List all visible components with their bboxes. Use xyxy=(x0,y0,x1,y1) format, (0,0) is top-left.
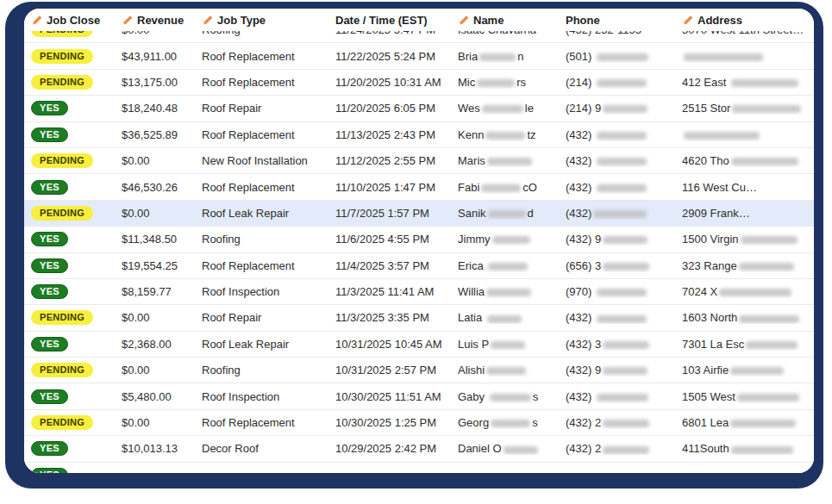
job-close-cell[interactable]: YES xyxy=(31,128,122,142)
column-header-date-time-est[interactable]: Date / Time (EST) xyxy=(335,14,458,27)
table-row[interactable]: PENDING$0.00Roofing10/31/2025 2:57 PMAli… xyxy=(24,358,814,383)
job-close-cell[interactable]: YES xyxy=(31,337,122,352)
address-cell[interactable]: 2909 Frank xyxy=(682,207,814,220)
phone-cell[interactable]: (432) 2 xyxy=(566,442,682,455)
job-close-cell[interactable]: YES xyxy=(31,232,122,246)
name-cell[interactable]: Sanikd xyxy=(458,207,566,220)
job-type-cell[interactable]: New Roof Installation xyxy=(202,154,335,167)
job-close-cell[interactable]: PENDING xyxy=(31,415,122,430)
phone-cell[interactable]: (656) 3 xyxy=(566,259,682,272)
name-cell[interactable]: FabicO xyxy=(458,181,566,194)
datetime-cell[interactable]: 10/31/2025 2:57 PM xyxy=(335,364,458,376)
revenue-cell[interactable]: $8,159.77 xyxy=(122,285,202,298)
revenue-cell[interactable]: $36,525.89 xyxy=(122,128,202,141)
table-row[interactable]: YES$19,554.25Roof Replacement11/4/2025 3… xyxy=(24,253,814,279)
phone-cell[interactable]: (432) xyxy=(566,128,682,141)
name-cell[interactable]: Isaac Chavarria xyxy=(458,31,566,36)
address-cell[interactable]: 6801 Lea xyxy=(682,416,814,429)
datetime-cell[interactable]: 11/13/2025 2:43 PM xyxy=(335,128,458,141)
address-cell[interactable]: 323 Range xyxy=(682,259,814,272)
job-close-cell[interactable]: YES xyxy=(31,468,122,473)
revenue-cell[interactable]: $0.00 xyxy=(122,311,202,324)
job-type-cell[interactable]: Roof Repair xyxy=(202,311,335,324)
datetime-cell[interactable]: 11/3/2025 11:41 AM xyxy=(335,285,458,298)
name-cell[interactable]: Jimmy xyxy=(458,233,566,246)
revenue-cell[interactable]: $5,480.00 xyxy=(122,390,202,403)
datetime-cell[interactable]: 11/3/2025 3:35 PM xyxy=(335,311,458,324)
name-cell[interactable]: Daniel O xyxy=(458,442,566,455)
address-cell[interactable]: 411South xyxy=(682,442,814,455)
table-row[interactable]: YES$18,240.48Roof Repair11/20/2025 6:05 … xyxy=(24,96,814,121)
column-header-job-type[interactable]: Job Type xyxy=(202,14,335,27)
address-cell[interactable]: 3070 West 11th Street, … xyxy=(682,31,814,36)
revenue-cell[interactable]: $43,911.00 xyxy=(122,50,202,63)
job-type-cell[interactable]: Roof Replacement xyxy=(202,76,335,89)
address-cell[interactable]: 2515 Stor xyxy=(682,102,814,115)
name-cell[interactable]: Alishi xyxy=(458,364,566,376)
job-type-cell[interactable]: Roof Replacement xyxy=(202,50,335,63)
table-row[interactable]: PENDING$43,911.00Roof Replacement11/22/2… xyxy=(24,43,814,69)
datetime-cell[interactable]: 10/30/2025 11:51 AM xyxy=(335,390,458,403)
revenue-cell[interactable]: $10,013.13 xyxy=(122,442,202,455)
name-cell[interactable]: Georgs xyxy=(458,416,566,429)
address-cell[interactable]: 7024 X xyxy=(682,285,814,298)
revenue-cell[interactable]: $0.00 xyxy=(122,364,202,376)
datetime-cell[interactable]: 11/7/2025 1:57 PM xyxy=(335,207,458,220)
phone-cell[interactable]: (432) xyxy=(566,311,682,324)
datetime-cell[interactable]: 11/20/2025 10:31 AM xyxy=(335,76,458,89)
revenue-cell[interactable]: $11,348.50 xyxy=(122,233,202,246)
name-cell[interactable]: Willia xyxy=(458,285,566,298)
datetime-cell[interactable]: 11/6/2025 4:55 PM xyxy=(335,233,458,246)
table-row[interactable]: YES$10,013.13Decor Roof10/29/2025 2:42 P… xyxy=(24,436,814,462)
address-cell[interactable]: 103 Airfie xyxy=(682,364,814,376)
table-row[interactable]: PENDING$0.00Roof Replacement10/30/2025 1… xyxy=(24,410,814,436)
datetime-cell[interactable]: 11/22/2025 5:24 PM xyxy=(335,50,458,63)
datetime-cell[interactable]: 11/20/2025 6:05 PM xyxy=(335,102,458,115)
name-cell[interactable]: Brian xyxy=(458,50,566,63)
datetime-cell[interactable]: 11/12/2025 2:55 PM xyxy=(335,154,458,167)
job-close-cell[interactable]: YES xyxy=(31,180,122,195)
column-header-job-close[interactable]: Job Close xyxy=(31,14,122,27)
table-row[interactable]: YES$8,159.77Roof Inspection11/3/2025 11:… xyxy=(24,279,814,305)
job-close-cell[interactable]: YES xyxy=(31,101,122,115)
job-type-cell[interactable]: Roofing xyxy=(202,364,335,376)
revenue-cell[interactable]: $0.00 xyxy=(122,154,202,167)
name-cell[interactable]: Gaby s xyxy=(458,390,566,403)
job-close-cell[interactable]: YES xyxy=(31,441,122,456)
phone-cell[interactable]: (432) xyxy=(566,207,682,220)
revenue-cell[interactable]: $0.00 xyxy=(122,31,202,36)
job-type-cell[interactable]: Roof Replacement xyxy=(202,128,335,141)
name-cell[interactable]: Wesle xyxy=(458,102,566,115)
address-cell[interactable] xyxy=(682,128,814,141)
phone-cell[interactable]: (432) 232-1155 xyxy=(566,31,682,36)
name-cell[interactable]: Micrs xyxy=(458,76,566,89)
table-row[interactable]: YES$46,530.26Roof Replacement11/10/2025 … xyxy=(24,174,814,200)
column-header-revenue[interactable]: Revenue xyxy=(122,14,202,27)
phone-cell[interactable]: (501) xyxy=(566,50,682,63)
phone-cell[interactable]: (214) 9 xyxy=(566,102,682,115)
address-cell[interactable] xyxy=(682,50,814,63)
revenue-cell[interactable]: $2,368.00 xyxy=(122,338,202,351)
table-row[interactable]: PENDING$0.00New Roof Installation11/12/2… xyxy=(24,148,814,174)
phone-cell[interactable]: (432) xyxy=(566,154,682,167)
job-type-cell[interactable]: Roof Replacement xyxy=(202,416,335,429)
table-row[interactable]: PENDING$0.00Roof Leak Repair11/7/2025 1:… xyxy=(24,201,814,227)
revenue-cell[interactable]: $46,530.26 xyxy=(122,181,202,194)
job-close-cell[interactable]: PENDING xyxy=(31,31,122,37)
column-header-name[interactable]: Name xyxy=(458,14,566,27)
address-cell[interactable]: 1500 Virgin xyxy=(682,233,814,246)
job-type-cell[interactable]: Roofing xyxy=(202,31,335,36)
job-type-cell[interactable]: Roof Leak Repair xyxy=(202,338,335,351)
column-header-phone[interactable]: Phone xyxy=(566,14,682,27)
name-cell[interactable]: Luis P xyxy=(458,338,566,351)
datetime-cell[interactable]: 10/30/2025 1:25 PM xyxy=(335,416,458,429)
table-row[interactable]: YES$2,368.00Roof Leak Repair10/31/2025 1… xyxy=(24,332,814,358)
revenue-cell[interactable]: $19,554.25 xyxy=(122,259,202,272)
job-type-cell[interactable]: Roof Replacement xyxy=(202,259,335,272)
job-type-cell[interactable]: Decor Roof xyxy=(202,442,335,455)
address-cell[interactable]: 7301 La Esc xyxy=(682,338,814,351)
name-cell[interactable]: Kenntz xyxy=(458,128,566,141)
table-row[interactable]: PENDING$13,175.00Roof Replacement11/20/2… xyxy=(24,70,814,96)
phone-cell[interactable]: (432) xyxy=(566,181,682,194)
revenue-cell[interactable]: $0.00 xyxy=(122,416,202,429)
